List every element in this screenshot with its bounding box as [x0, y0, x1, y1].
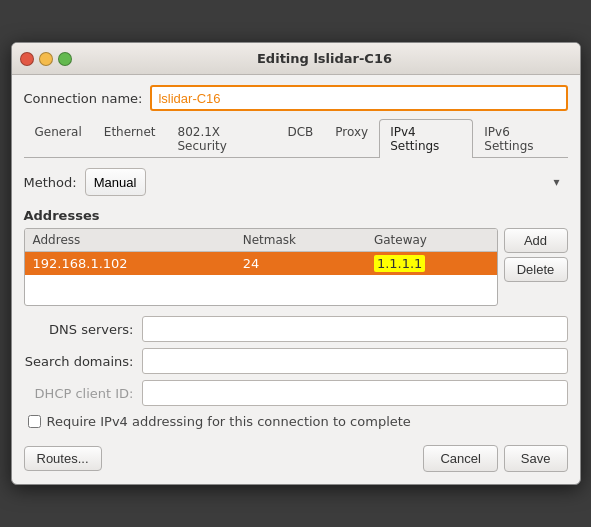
dns-servers-label: DNS servers:	[24, 322, 134, 337]
col-header-address: Address	[25, 229, 235, 252]
addresses-area: Address Netmask Gateway 192.168.1.102 24…	[24, 228, 568, 306]
cell-address: 192.168.1.102	[25, 252, 235, 276]
method-row: Method: Manual	[24, 168, 568, 196]
titlebar: Editing lslidar-C16	[12, 43, 580, 75]
addresses-title: Addresses	[24, 208, 568, 223]
cancel-button[interactable]: Cancel	[423, 445, 497, 472]
tab-general[interactable]: General	[24, 119, 93, 158]
cell-gateway: 1.1.1.1	[366, 252, 497, 276]
dhcp-client-id-label: DHCP client ID:	[24, 386, 134, 401]
dhcp-client-id-row: DHCP client ID:	[24, 380, 568, 406]
connection-name-row: Connection name:	[24, 85, 568, 111]
method-select-wrapper: Manual	[85, 168, 568, 196]
delete-button[interactable]: Delete	[504, 257, 568, 282]
bottom-buttons: Routes... Cancel Save	[24, 439, 568, 472]
method-select[interactable]: Manual	[85, 168, 146, 196]
addresses-section: Addresses Address Netmask Gateway	[24, 208, 568, 306]
close-button[interactable]	[20, 52, 34, 66]
main-window: Editing lslidar-C16 Connection name: Gen…	[11, 42, 581, 485]
connection-name-label: Connection name:	[24, 91, 143, 106]
window-controls	[20, 52, 72, 66]
col-header-gateway: Gateway	[366, 229, 497, 252]
connection-name-input[interactable]	[150, 85, 567, 111]
window-title: Editing lslidar-C16	[78, 51, 572, 66]
col-header-netmask: Netmask	[235, 229, 366, 252]
dialog-action-buttons: Cancel Save	[423, 445, 567, 472]
cell-netmask: 24	[235, 252, 366, 276]
gateway-highlight: 1.1.1.1	[374, 255, 425, 272]
add-button[interactable]: Add	[504, 228, 568, 253]
addresses-table-wrapper: Address Netmask Gateway 192.168.1.102 24…	[24, 228, 498, 306]
tab-bar: General Ethernet 802.1X Security DCB Pro…	[24, 119, 568, 158]
tab-ipv6-settings[interactable]: IPv6 Settings	[473, 119, 567, 158]
checkbox-row: Require IPv4 addressing for this connect…	[24, 414, 568, 429]
dialog-content: Connection name: General Ethernet 802.1X…	[12, 75, 580, 484]
tab-dcb[interactable]: DCB	[276, 119, 324, 158]
tab-ethernet[interactable]: Ethernet	[93, 119, 167, 158]
search-domains-row: Search domains:	[24, 348, 568, 374]
table-empty-row	[25, 275, 497, 305]
tab-proxy[interactable]: Proxy	[324, 119, 379, 158]
addresses-table: Address Netmask Gateway 192.168.1.102 24…	[25, 229, 497, 305]
require-ipv4-checkbox[interactable]	[28, 415, 41, 428]
dns-servers-input[interactable]	[142, 316, 568, 342]
checkbox-label: Require IPv4 addressing for this connect…	[47, 414, 411, 429]
method-label: Method:	[24, 175, 77, 190]
maximize-button[interactable]	[58, 52, 72, 66]
table-row[interactable]: 192.168.1.102 24 1.1.1.1	[25, 252, 497, 276]
search-domains-label: Search domains:	[24, 354, 134, 369]
search-domains-input[interactable]	[142, 348, 568, 374]
address-buttons: Add Delete	[504, 228, 568, 306]
minimize-button[interactable]	[39, 52, 53, 66]
tab-8021x-security[interactable]: 802.1X Security	[167, 119, 277, 158]
dns-servers-row: DNS servers:	[24, 316, 568, 342]
dhcp-client-id-input[interactable]	[142, 380, 568, 406]
save-button[interactable]: Save	[504, 445, 568, 472]
tab-ipv4-settings[interactable]: IPv4 Settings	[379, 119, 473, 158]
routes-button[interactable]: Routes...	[24, 446, 102, 471]
